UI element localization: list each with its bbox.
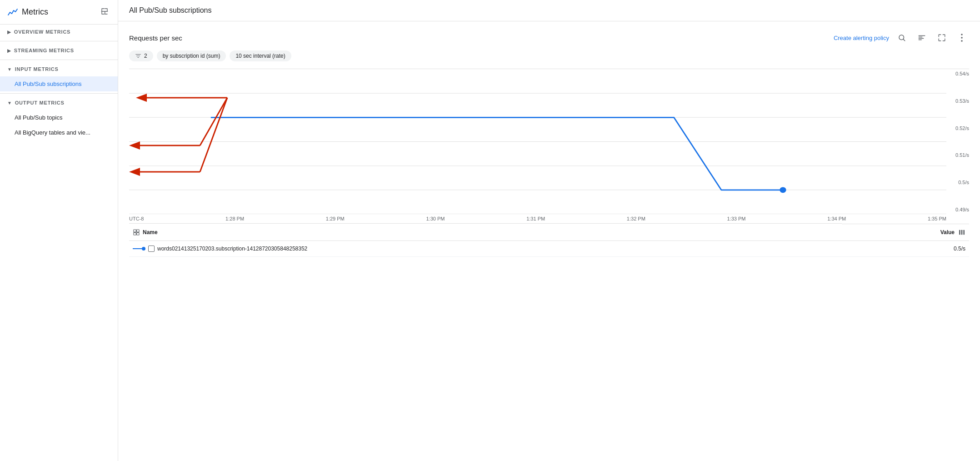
sidebar-section-label-input: INPUT METRICS — [15, 66, 59, 72]
svg-point-3 — [961, 40, 963, 42]
filter-interval-label: 10 sec interval (rate) — [235, 53, 285, 59]
x-label-1: 1:28 PM — [225, 216, 244, 221]
series-name-label: words02141325170203.subscription-1412872… — [157, 246, 307, 252]
divider-2 — [0, 60, 118, 60]
sidebar-item-bigquery[interactable]: All BigQuery tables and vie... — [0, 125, 118, 140]
table-row: words02141325170203.subscription-1412872… — [129, 241, 969, 257]
x-label-7: 1:34 PM — [827, 216, 846, 221]
sidebar-collapse-button[interactable] — [99, 5, 110, 19]
svg-point-11 — [780, 187, 786, 193]
grid-icon — [133, 229, 140, 236]
divider-3 — [0, 93, 118, 94]
table-header-value: Value — [842, 224, 969, 241]
chart-container: Requests per sec Create alerting policy — [118, 21, 980, 461]
search-icon — [898, 34, 906, 42]
sidebar-section-label-streaming: STREAMING METRICS — [14, 48, 74, 53]
sidebar-section-output: ▼ OUTPUT METRICS All Pub/Sub topics All … — [0, 95, 118, 140]
sidebar-section-streaming: ▶ STREAMING METRICS — [0, 43, 118, 58]
y-label-2: 0.53/s — [947, 98, 969, 104]
x-label-8: 1:35 PM — [928, 216, 946, 221]
svg-rect-17 — [961, 230, 963, 235]
table-header-row: Name Value — [129, 224, 969, 241]
x-label-2: 1:29 PM — [326, 216, 345, 221]
series-checkbox[interactable] — [148, 246, 155, 252]
data-table: Name Value — [129, 223, 969, 257]
svg-point-2 — [961, 37, 963, 39]
sidebar-logo: Metrics — [7, 7, 48, 18]
filter-row: 2 by subscription id (sum) 10 sec interv… — [129, 50, 969, 61]
legend-icon — [918, 34, 926, 42]
sidebar-section-header-streaming[interactable]: ▶ STREAMING METRICS — [0, 43, 118, 58]
y-label-6: 0.49/s — [947, 207, 969, 212]
x-axis-labels: UTC-8 1:28 PM 1:29 PM 1:30 PM 1:31 PM 1:… — [129, 214, 946, 223]
fullscreen-icon — [938, 34, 946, 42]
x-label-0: UTC-8 — [129, 216, 144, 221]
chevron-right-icon: ▶ — [7, 30, 11, 35]
sidebar-title: Metrics — [22, 7, 48, 17]
sidebar-section-label-output: OUTPUT METRICS — [15, 100, 65, 105]
x-label-6: 1:33 PM — [727, 216, 746, 221]
main-content: All Pub/Sub subscriptions Requests per s… — [118, 0, 980, 461]
sidebar-section-header-input[interactable]: ▼ INPUT METRICS — [0, 62, 118, 76]
chart-area: 0.54/s 0.53/s 0.52/s 0.51/s 0.5/s 0.49/s — [129, 69, 969, 214]
sidebar: Metrics ▶ OVERVIEW METRICS ▶ STREAMING M… — [0, 0, 118, 461]
create-alert-link[interactable]: Create alerting policy — [834, 35, 889, 41]
column-chooser-icon — [958, 229, 965, 236]
metrics-logo-icon — [7, 7, 18, 18]
sidebar-header: Metrics — [0, 0, 118, 25]
chevron-down-icon: ▼ — [7, 67, 12, 72]
x-label-3: 1:30 PM — [426, 216, 445, 221]
sidebar-item-pubsub-subscriptions[interactable]: All Pub/Sub subscriptions — [0, 76, 118, 91]
sidebar-section-header-overview[interactable]: ▶ OVERVIEW METRICS — [0, 25, 118, 39]
divider-1 — [0, 41, 118, 41]
table-name-header-label: Name — [143, 229, 158, 236]
svg-rect-12 — [134, 230, 136, 232]
sidebar-section-input: ▼ INPUT METRICS All Pub/Sub subscription… — [0, 62, 118, 91]
table-value-header-label: Value — [940, 229, 955, 236]
chart-actions: Create alerting policy — [834, 30, 969, 45]
filter-icon — [135, 53, 141, 59]
fullscreen-button[interactable] — [935, 30, 949, 45]
svg-rect-13 — [137, 230, 139, 232]
filter-chip-group[interactable]: by subscription id (sum) — [157, 50, 226, 61]
chevron-down-icon-2: ▼ — [7, 100, 12, 105]
columns-icon[interactable] — [958, 229, 965, 236]
search-button[interactable] — [895, 30, 909, 45]
sidebar-section-header-output[interactable]: ▼ OUTPUT METRICS — [0, 95, 118, 110]
page-title: All Pub/Sub subscriptions — [118, 0, 980, 21]
filter-count-label: 2 — [144, 53, 147, 59]
sidebar-section-label-overview: OVERVIEW METRICS — [14, 29, 70, 35]
svg-point-1 — [961, 34, 963, 35]
svg-rect-15 — [137, 232, 139, 235]
series-line-indicator — [133, 248, 142, 249]
svg-rect-16 — [959, 230, 960, 235]
filter-lines-icon — [135, 53, 141, 59]
table-cell-name: words02141325170203.subscription-1412872… — [129, 241, 842, 257]
more-options-button[interactable] — [955, 30, 969, 45]
grid-table-icon — [133, 229, 140, 236]
more-icon — [961, 34, 963, 42]
y-axis-labels: 0.54/s 0.53/s 0.52/s 0.51/s 0.5/s 0.49/s — [947, 69, 969, 214]
chart-title: Requests per sec — [129, 34, 182, 42]
x-label-4: 1:31 PM — [526, 216, 545, 221]
chevron-right-icon-2: ▶ — [7, 48, 11, 53]
y-label-1: 0.54/s — [947, 71, 969, 76]
series-dot-indicator — [142, 247, 145, 251]
y-label-5: 0.5/s — [947, 180, 969, 185]
filter-chip-count[interactable]: 2 — [129, 50, 153, 61]
x-label-5: 1:32 PM — [627, 216, 645, 221]
y-label-4: 0.51/s — [947, 152, 969, 158]
table-cell-value: 0.5/s — [842, 241, 969, 257]
svg-rect-14 — [134, 232, 136, 235]
collapse-icon — [100, 7, 109, 15]
sidebar-section-overview: ▶ OVERVIEW METRICS — [0, 25, 118, 39]
filter-group-label: by subscription id (sum) — [163, 53, 220, 59]
table-header-name: Name — [129, 224, 842, 241]
svg-rect-18 — [963, 230, 965, 235]
filter-chip-interval[interactable]: 10 sec interval (rate) — [230, 50, 291, 61]
chart-svg — [129, 69, 946, 214]
sidebar-item-pubsub-topics[interactable]: All Pub/Sub topics — [0, 110, 118, 125]
legend-button[interactable] — [915, 30, 929, 45]
y-label-3: 0.52/s — [947, 125, 969, 131]
chart-title-row: Requests per sec Create alerting policy — [129, 30, 969, 45]
